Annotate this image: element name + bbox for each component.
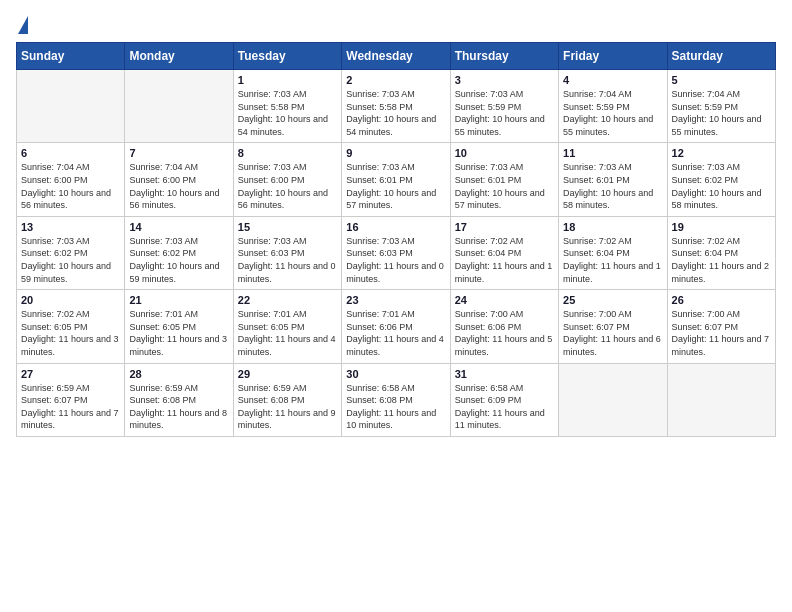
day-info: Sunrise: 7:03 AMSunset: 6:01 PMDaylight:… (346, 161, 445, 211)
calendar-week-row: 1Sunrise: 7:03 AMSunset: 5:58 PMDaylight… (17, 70, 776, 143)
day-number: 1 (238, 74, 337, 86)
day-number: 5 (672, 74, 771, 86)
day-info: Sunrise: 7:03 AMSunset: 6:01 PMDaylight:… (563, 161, 662, 211)
day-number: 15 (238, 221, 337, 233)
day-info: Sunrise: 7:02 AMSunset: 6:05 PMDaylight:… (21, 308, 120, 358)
day-info: Sunrise: 7:04 AMSunset: 5:59 PMDaylight:… (672, 88, 771, 138)
day-info: Sunrise: 7:03 AMSunset: 5:59 PMDaylight:… (455, 88, 554, 138)
day-number: 26 (672, 294, 771, 306)
day-info: Sunrise: 7:03 AMSunset: 6:03 PMDaylight:… (346, 235, 445, 285)
calendar-day-cell: 12Sunrise: 7:03 AMSunset: 6:02 PMDayligh… (667, 143, 775, 216)
calendar-day-cell: 10Sunrise: 7:03 AMSunset: 6:01 PMDayligh… (450, 143, 558, 216)
calendar-day-cell: 23Sunrise: 7:01 AMSunset: 6:06 PMDayligh… (342, 290, 450, 363)
calendar-day-cell: 11Sunrise: 7:03 AMSunset: 6:01 PMDayligh… (559, 143, 667, 216)
calendar-day-cell: 27Sunrise: 6:59 AMSunset: 6:07 PMDayligh… (17, 363, 125, 436)
calendar-day-cell: 18Sunrise: 7:02 AMSunset: 6:04 PMDayligh… (559, 216, 667, 289)
day-info: Sunrise: 7:04 AMSunset: 6:00 PMDaylight:… (21, 161, 120, 211)
calendar-day-cell: 25Sunrise: 7:00 AMSunset: 6:07 PMDayligh… (559, 290, 667, 363)
day-number: 22 (238, 294, 337, 306)
calendar-day-cell: 30Sunrise: 6:58 AMSunset: 6:08 PMDayligh… (342, 363, 450, 436)
day-number: 10 (455, 147, 554, 159)
day-number: 12 (672, 147, 771, 159)
day-info: Sunrise: 7:03 AMSunset: 6:00 PMDaylight:… (238, 161, 337, 211)
calendar-day-cell: 13Sunrise: 7:03 AMSunset: 6:02 PMDayligh… (17, 216, 125, 289)
calendar-week-row: 6Sunrise: 7:04 AMSunset: 6:00 PMDaylight… (17, 143, 776, 216)
calendar-day-cell: 29Sunrise: 6:59 AMSunset: 6:08 PMDayligh… (233, 363, 341, 436)
calendar-day-cell: 21Sunrise: 7:01 AMSunset: 6:05 PMDayligh… (125, 290, 233, 363)
calendar-day-cell: 8Sunrise: 7:03 AMSunset: 6:00 PMDaylight… (233, 143, 341, 216)
calendar-week-row: 13Sunrise: 7:03 AMSunset: 6:02 PMDayligh… (17, 216, 776, 289)
calendar-day-cell: 24Sunrise: 7:00 AMSunset: 6:06 PMDayligh… (450, 290, 558, 363)
day-number: 7 (129, 147, 228, 159)
calendar-day-cell: 15Sunrise: 7:03 AMSunset: 6:03 PMDayligh… (233, 216, 341, 289)
day-number: 2 (346, 74, 445, 86)
day-number: 16 (346, 221, 445, 233)
day-number: 3 (455, 74, 554, 86)
day-number: 11 (563, 147, 662, 159)
calendar-day-cell: 6Sunrise: 7:04 AMSunset: 6:00 PMDaylight… (17, 143, 125, 216)
calendar-day-cell: 3Sunrise: 7:03 AMSunset: 5:59 PMDaylight… (450, 70, 558, 143)
day-number: 9 (346, 147, 445, 159)
calendar-day-cell: 17Sunrise: 7:02 AMSunset: 6:04 PMDayligh… (450, 216, 558, 289)
day-info: Sunrise: 7:04 AMSunset: 6:00 PMDaylight:… (129, 161, 228, 211)
day-number: 31 (455, 368, 554, 380)
calendar-day-cell (125, 70, 233, 143)
day-number: 27 (21, 368, 120, 380)
calendar-day-cell (17, 70, 125, 143)
day-number: 28 (129, 368, 228, 380)
day-info: Sunrise: 6:59 AMSunset: 6:08 PMDaylight:… (129, 382, 228, 432)
day-info: Sunrise: 7:03 AMSunset: 5:58 PMDaylight:… (238, 88, 337, 138)
day-info: Sunrise: 7:03 AMSunset: 6:01 PMDaylight:… (455, 161, 554, 211)
day-info: Sunrise: 6:59 AMSunset: 6:07 PMDaylight:… (21, 382, 120, 432)
calendar-day-cell: 5Sunrise: 7:04 AMSunset: 5:59 PMDaylight… (667, 70, 775, 143)
day-number: 4 (563, 74, 662, 86)
day-info: Sunrise: 7:03 AMSunset: 5:58 PMDaylight:… (346, 88, 445, 138)
day-info: Sunrise: 7:04 AMSunset: 5:59 PMDaylight:… (563, 88, 662, 138)
page-header (16, 16, 776, 34)
day-info: Sunrise: 7:01 AMSunset: 6:06 PMDaylight:… (346, 308, 445, 358)
calendar-day-cell: 7Sunrise: 7:04 AMSunset: 6:00 PMDaylight… (125, 143, 233, 216)
day-number: 23 (346, 294, 445, 306)
day-info: Sunrise: 7:03 AMSunset: 6:02 PMDaylight:… (672, 161, 771, 211)
calendar-table: SundayMondayTuesdayWednesdayThursdayFrid… (16, 42, 776, 437)
day-info: Sunrise: 7:02 AMSunset: 6:04 PMDaylight:… (672, 235, 771, 285)
calendar-day-header: Thursday (450, 43, 558, 70)
calendar-day-cell (559, 363, 667, 436)
calendar-week-row: 20Sunrise: 7:02 AMSunset: 6:05 PMDayligh… (17, 290, 776, 363)
day-number: 19 (672, 221, 771, 233)
day-info: Sunrise: 7:01 AMSunset: 6:05 PMDaylight:… (129, 308, 228, 358)
day-number: 13 (21, 221, 120, 233)
day-number: 24 (455, 294, 554, 306)
day-info: Sunrise: 7:02 AMSunset: 6:04 PMDaylight:… (455, 235, 554, 285)
logo (16, 16, 28, 34)
calendar-day-header: Saturday (667, 43, 775, 70)
calendar-day-cell: 2Sunrise: 7:03 AMSunset: 5:58 PMDaylight… (342, 70, 450, 143)
day-info: Sunrise: 7:03 AMSunset: 6:02 PMDaylight:… (129, 235, 228, 285)
calendar-day-cell: 28Sunrise: 6:59 AMSunset: 6:08 PMDayligh… (125, 363, 233, 436)
day-info: Sunrise: 7:01 AMSunset: 6:05 PMDaylight:… (238, 308, 337, 358)
calendar-day-cell: 22Sunrise: 7:01 AMSunset: 6:05 PMDayligh… (233, 290, 341, 363)
calendar-day-header: Sunday (17, 43, 125, 70)
day-info: Sunrise: 6:58 AMSunset: 6:09 PMDaylight:… (455, 382, 554, 432)
calendar-day-header: Friday (559, 43, 667, 70)
calendar-day-cell: 20Sunrise: 7:02 AMSunset: 6:05 PMDayligh… (17, 290, 125, 363)
logo-triangle-icon (18, 16, 28, 34)
day-info: Sunrise: 7:03 AMSunset: 6:03 PMDaylight:… (238, 235, 337, 285)
calendar-day-cell: 14Sunrise: 7:03 AMSunset: 6:02 PMDayligh… (125, 216, 233, 289)
day-info: Sunrise: 7:02 AMSunset: 6:04 PMDaylight:… (563, 235, 662, 285)
calendar-day-cell (667, 363, 775, 436)
calendar-day-header: Wednesday (342, 43, 450, 70)
day-number: 25 (563, 294, 662, 306)
calendar-header-row: SundayMondayTuesdayWednesdayThursdayFrid… (17, 43, 776, 70)
day-info: Sunrise: 7:00 AMSunset: 6:07 PMDaylight:… (672, 308, 771, 358)
day-info: Sunrise: 7:03 AMSunset: 6:02 PMDaylight:… (21, 235, 120, 285)
day-number: 20 (21, 294, 120, 306)
day-number: 6 (21, 147, 120, 159)
day-info: Sunrise: 7:00 AMSunset: 6:07 PMDaylight:… (563, 308, 662, 358)
day-info: Sunrise: 7:00 AMSunset: 6:06 PMDaylight:… (455, 308, 554, 358)
day-number: 30 (346, 368, 445, 380)
calendar-day-cell: 31Sunrise: 6:58 AMSunset: 6:09 PMDayligh… (450, 363, 558, 436)
day-number: 18 (563, 221, 662, 233)
calendar-day-cell: 19Sunrise: 7:02 AMSunset: 6:04 PMDayligh… (667, 216, 775, 289)
day-number: 29 (238, 368, 337, 380)
